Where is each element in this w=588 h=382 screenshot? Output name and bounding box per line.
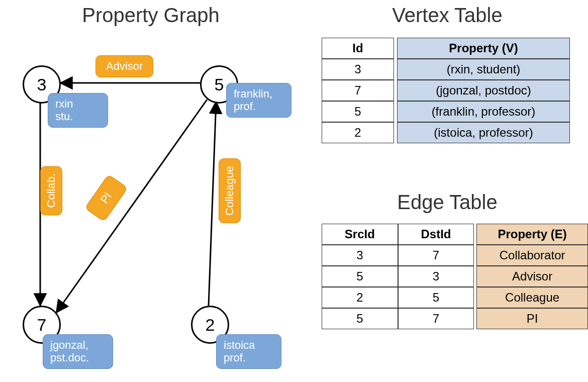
node-2-label-line2: prof.	[224, 351, 246, 364]
cell-id: 3	[322, 59, 394, 80]
vertex-th-id: Id	[322, 38, 394, 59]
node-2-label: istoica prof.	[216, 334, 281, 369]
cell-prop: (istoica, professor)	[397, 122, 570, 143]
cell-dst: 7	[398, 245, 474, 266]
edge-label-advisor: Advisor	[95, 55, 153, 77]
node-3-label-line1: rxin	[55, 98, 73, 110]
table-row: 57PI	[322, 308, 588, 329]
cell-src: 5	[322, 308, 398, 329]
cell-src: 3	[322, 245, 398, 266]
cell-id: 7	[322, 80, 394, 101]
node-5-label-line2: prof.	[234, 100, 256, 113]
cell-dst: 3	[398, 266, 474, 287]
edge-label-collab: Collab.	[40, 166, 62, 215]
table-row: 53Advisor	[322, 266, 588, 287]
cell-id: 2	[322, 122, 394, 143]
cell-dst: 5	[398, 287, 474, 308]
node-7-label-line2: pst.doc.	[50, 351, 89, 364]
cell-prop: Colleague	[476, 287, 588, 308]
node-5-label-line1: franklin,	[234, 87, 272, 100]
node-7-label-line1: jgonzal,	[50, 339, 88, 351]
edge-table-title: Edge Table	[327, 191, 568, 214]
vertex-table-header: Id Property (V)	[322, 38, 570, 59]
graph-title: Property Graph	[45, 4, 256, 27]
svg-line-3	[209, 102, 216, 306]
cell-dst: 7	[398, 308, 474, 329]
table-row: 5(franklin, professor)	[322, 101, 570, 122]
node-5-label: franklin, prof.	[226, 83, 291, 118]
node-3-label: rxin stu.	[48, 93, 108, 128]
vertex-table: Id Property (V) 3(rxin, student) 7(jgonz…	[322, 38, 570, 143]
edge-label-colleague: Colleague	[219, 158, 241, 223]
cell-prop: PI	[476, 308, 588, 329]
cell-prop: (franklin, professor)	[397, 101, 570, 122]
cell-prop: Advisor	[476, 266, 588, 287]
property-graph: 3 5 7 2 rxin stu. franklin, prof. jgonza…	[10, 35, 291, 377]
table-row: 25Colleague	[322, 287, 588, 308]
cell-src: 5	[322, 266, 398, 287]
table-row: 37Collaborator	[322, 245, 588, 266]
node-7-label: jgonzal, pst.doc.	[43, 334, 113, 369]
table-row: 2(istoica, professor)	[322, 122, 570, 143]
edge-table: SrcId DstId Property (E) 37Collaborator …	[322, 224, 588, 329]
edge-th-dst: DstId	[398, 224, 474, 245]
svg-line-2	[56, 100, 207, 313]
cell-src: 2	[322, 287, 398, 308]
edge-table-header: SrcId DstId Property (E)	[322, 224, 588, 245]
cell-id: 5	[322, 101, 394, 122]
table-row: 3(rxin, student)	[322, 59, 570, 80]
edge-th-src: SrcId	[322, 224, 398, 245]
vertex-table-title: Vertex Table	[327, 4, 568, 27]
cell-prop: (jgonzal, postdoc)	[397, 80, 570, 101]
cell-prop: (rxin, student)	[397, 59, 570, 80]
vertex-th-prop: Property (V)	[397, 38, 570, 59]
cell-prop: Collaborator	[476, 245, 588, 266]
table-row: 7(jgonzal, postdoc)	[322, 80, 570, 101]
node-3-label-line2: stu.	[55, 110, 73, 123]
node-2-label-line1: istoica	[224, 339, 255, 351]
edge-th-prop: Property (E)	[476, 224, 588, 245]
